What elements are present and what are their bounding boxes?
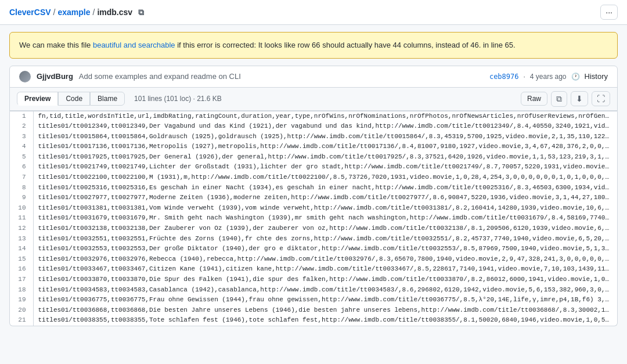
table-row: 11titles01/tt0031679,tt0031679,Mr. Smith… — [10, 213, 617, 224]
breadcrumb-sep2: / — [93, 8, 95, 17]
table-row: 14titles01/tt0032553,tt0032553,Der große… — [10, 244, 617, 254]
line-number: 7 — [10, 172, 33, 183]
table-row: 18titles01/tt0034583,tt0034583,Casablanc… — [10, 285, 617, 295]
line-number: 5 — [10, 152, 33, 163]
line-number: 19 — [10, 295, 33, 305]
commit-years: 4 years ago — [530, 73, 567, 81]
line-code: titles01/tt0032553,tt0032553,Der große D… — [33, 244, 617, 254]
commit-message: Add some examples and expand readme on C… — [79, 72, 484, 81]
file-toolbar: Preview Code Blame 101 lines (101 loc) ·… — [10, 88, 617, 111]
line-code: titles01/tt0012349,tt0012349,Der Vagabun… — [33, 121, 617, 132]
line-number: 12 — [10, 224, 33, 234]
line-number: 21 — [10, 315, 33, 326]
line-code: titles01/tt0022100,tt0022100,M (1931),m,… — [33, 172, 617, 183]
copy-raw-button[interactable]: ⧉ — [551, 91, 567, 107]
line-code: titles01/tt0031679,tt0031679,Mr. Smith g… — [33, 213, 617, 224]
line-code: titles01/tt0034583,tt0034583,Casablanca … — [33, 285, 617, 295]
clock-icon: 🕐 — [571, 73, 580, 81]
line-code: titles01/tt0032551,tt0032551,Früchte des… — [33, 234, 617, 244]
breadcrumb: CleverCSV / example / imdb.csv ⧉ — [9, 8, 144, 17]
top-bar: CleverCSV / example / imdb.csv ⧉ ··· — [0, 0, 627, 25]
table-row: 7titles01/tt0022100,tt0022100,M (1931),m… — [10, 172, 617, 183]
line-code: titles01/tt0017136,tt0017136,Metropolis … — [33, 142, 617, 152]
table-row: 9titles01/tt0027977,tt0027977,Moderne Ze… — [10, 193, 617, 203]
table-row: 17titles01/tt0033870,tt0033870,Die Spur … — [10, 275, 617, 285]
breadcrumb-folder[interactable]: example — [57, 8, 90, 17]
line-number: 9 — [10, 193, 33, 203]
notice-link[interactable]: beautiful and searchable — [93, 41, 175, 49]
line-code: titles01/tt0025316,tt0025316,Es geschah … — [33, 183, 617, 193]
table-row: 16titles01/tt0033467,tt0033467,Citizen K… — [10, 264, 617, 275]
line-number: 18 — [10, 285, 33, 295]
line-code: fn,tid,title,wordsInTitle,url,imdbRating… — [33, 111, 617, 122]
breadcrumb-file: imdb.csv — [97, 8, 132, 17]
download-button[interactable]: ⬇ — [571, 91, 588, 106]
commit-age: · — [523, 73, 525, 81]
table-row: 10titles01/tt0031381,tt0031381,Vom Winde… — [10, 203, 617, 214]
table-row: 6titles01/tt0021749,tt0021749,Lichter de… — [10, 162, 617, 172]
line-number: 4 — [10, 142, 33, 152]
table-row: 4titles01/tt0017136,tt0017136,Metropolis… — [10, 142, 617, 152]
commit-meta: ceb8976 · 4 years ago 🕐 History — [489, 72, 608, 81]
table-row: 5titles01/tt0017925,tt0017925,Der Genera… — [10, 152, 617, 163]
table-row: 1fn,tid,title,wordsInTitle,url,imdbRatin… — [10, 111, 617, 122]
commit-hash[interactable]: ceb8976 — [489, 73, 519, 81]
more-options-button[interactable]: ··· — [600, 5, 618, 20]
tab-group: Preview Code Blame — [17, 92, 125, 106]
raw-button[interactable]: Raw — [521, 92, 547, 106]
table-row: 12titles01/tt0032138,tt0032138,Der Zaube… — [10, 224, 617, 234]
line-code: titles01/tt0032138,tt0032138,Der Zaubere… — [33, 224, 617, 234]
line-code: titles01/tt0033467,tt0033467,Citizen Kan… — [33, 264, 617, 275]
line-code: titles01/tt0036775,tt0036775,Frau ohne G… — [33, 295, 617, 305]
commit-row: GjjvdBurg Add some examples and expand r… — [10, 66, 617, 88]
line-code: titles01/tt0027977,tt0027977,Moderne Zei… — [33, 193, 617, 203]
breadcrumb-sep1: / — [53, 8, 56, 17]
line-number: 6 — [10, 162, 33, 172]
tab-preview[interactable]: Preview — [17, 92, 58, 106]
breadcrumb-repo[interactable]: CleverCSV — [9, 8, 51, 17]
tab-blame[interactable]: Blame — [90, 92, 125, 106]
copy-icon[interactable]: ⧉ — [138, 8, 144, 17]
history-button[interactable]: History — [585, 72, 608, 81]
file-info: 101 lines (101 loc) · 21.6 KB — [134, 95, 222, 103]
code-table: 1fn,tid,title,wordsInTitle,url,imdbRatin… — [10, 111, 617, 326]
line-code: titles01/tt0031381,tt0031381,Vom Winde v… — [33, 203, 617, 214]
avatar — [19, 71, 31, 82]
line-code: titles01/tt0036868,tt0036868,Die besten … — [33, 305, 617, 316]
table-row: 13titles01/tt0032551,tt0032551,Früchte d… — [10, 234, 617, 244]
line-number: 1 — [10, 111, 33, 122]
line-number: 11 — [10, 213, 33, 224]
line-number: 17 — [10, 275, 33, 285]
file-content: 1fn,tid,title,wordsInTitle,url,imdbRatin… — [9, 111, 618, 326]
table-row: 3titles01/tt0015864,tt0015864,Goldrausch… — [10, 132, 617, 142]
line-number: 14 — [10, 244, 33, 254]
table-row: 15titles01/tt0032976,tt0032976,Rebecca (… — [10, 254, 617, 265]
line-number: 8 — [10, 183, 33, 193]
line-number: 13 — [10, 234, 33, 244]
line-number: 3 — [10, 132, 33, 142]
table-row: 19titles01/tt0036775,tt0036775,Frau ohne… — [10, 295, 617, 305]
notice-text-after: if this error is corrected: It looks lik… — [175, 41, 516, 49]
line-code: titles01/tt0017925,tt0017925,Der General… — [33, 152, 617, 163]
line-code: titles01/tt0021749,tt0021749,Lichter der… — [33, 162, 617, 172]
line-code: titles01/tt0015864,tt0015864,Goldrausch … — [33, 132, 617, 142]
notice-banner: We can make this file beautiful and sear… — [9, 32, 618, 59]
toolbar-actions: Raw ⧉ ⬇ ⛶ — [521, 91, 610, 107]
tab-code[interactable]: Code — [58, 92, 90, 106]
notice-text-before: We can make this file — [19, 41, 93, 49]
line-number: 20 — [10, 305, 33, 316]
table-row: 8titles01/tt0025316,tt0025316,Es geschah… — [10, 183, 617, 193]
table-row: 20titles01/tt0036868,tt0036868,Die beste… — [10, 305, 617, 316]
fullscreen-button[interactable]: ⛶ — [592, 91, 610, 106]
table-row: 21titles01/tt0038355,tt0038355,Tote schl… — [10, 315, 617, 326]
line-code: titles01/tt0038355,tt0038355,Tote schlaf… — [33, 315, 617, 326]
line-code: titles01/tt0033870,tt0033870,Die Spur de… — [33, 275, 617, 285]
line-number: 16 — [10, 264, 33, 275]
commit-author[interactable]: GjjvdBurg — [37, 72, 73, 81]
table-row: 2titles01/tt0012349,tt0012349,Der Vagabu… — [10, 121, 617, 132]
file-header-area: GjjvdBurg Add some examples and expand r… — [9, 66, 618, 111]
line-number: 2 — [10, 121, 33, 132]
line-code: titles01/tt0032976,tt0032976,Rebecca (19… — [33, 254, 617, 265]
line-number: 10 — [10, 203, 33, 214]
line-number: 15 — [10, 254, 33, 265]
